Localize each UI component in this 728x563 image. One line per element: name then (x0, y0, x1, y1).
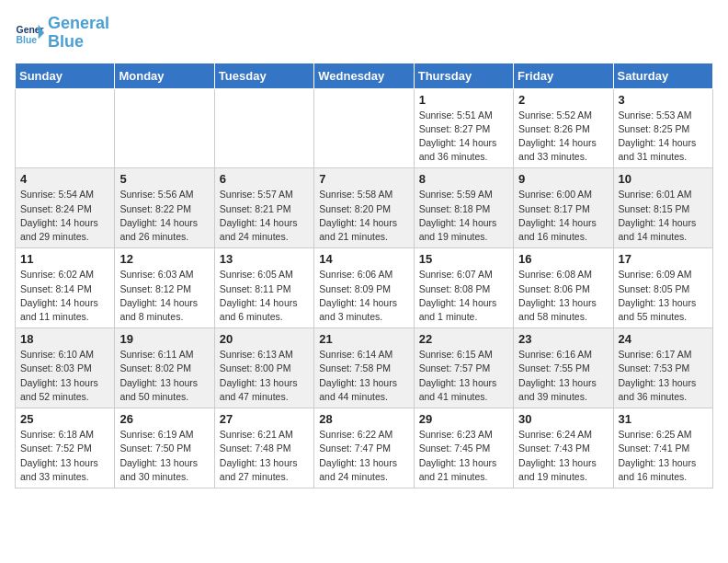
calendar-cell: 24Sunrise: 6:17 AMSunset: 7:53 PMDayligh… (613, 328, 712, 408)
calendar-cell: 14Sunrise: 6:06 AMSunset: 8:09 PMDayligh… (314, 248, 414, 328)
day-info: Sunrise: 6:23 AMSunset: 7:45 PMDaylight:… (419, 428, 508, 484)
day-number: 15 (419, 252, 508, 266)
day-number: 13 (220, 252, 309, 266)
day-number: 6 (220, 172, 309, 186)
day-info: Sunrise: 5:51 AMSunset: 8:27 PMDaylight:… (419, 109, 508, 165)
day-info: Sunrise: 5:53 AMSunset: 8:25 PMDaylight:… (619, 109, 708, 165)
calendar-cell (314, 88, 414, 168)
day-number: 2 (518, 93, 608, 107)
day-number: 24 (619, 332, 708, 346)
logo-icon: General Blue (15, 18, 44, 48)
calendar-cell: 17Sunrise: 6:09 AMSunset: 8:05 PMDayligh… (613, 248, 712, 328)
calendar-header-tuesday: Tuesday (214, 63, 313, 88)
calendar-cell: 18Sunrise: 6:10 AMSunset: 8:03 PMDayligh… (16, 328, 115, 408)
day-info: Sunrise: 6:01 AMSunset: 8:15 PMDaylight:… (619, 188, 708, 244)
calendar-cell (115, 88, 214, 168)
calendar-cell: 23Sunrise: 6:16 AMSunset: 7:55 PMDayligh… (514, 328, 613, 408)
day-number: 31 (619, 412, 708, 426)
calendar-cell: 9Sunrise: 6:00 AMSunset: 8:17 PMDaylight… (514, 168, 613, 248)
calendar-header-thursday: Thursday (414, 63, 513, 88)
calendar-cell: 16Sunrise: 6:08 AMSunset: 8:06 PMDayligh… (514, 248, 613, 328)
calendar-cell: 2Sunrise: 5:52 AMSunset: 8:26 PMDaylight… (514, 88, 613, 168)
calendar-cell: 27Sunrise: 6:21 AMSunset: 7:48 PMDayligh… (214, 408, 313, 488)
calendar-cell: 10Sunrise: 6:01 AMSunset: 8:15 PMDayligh… (613, 168, 712, 248)
calendar-cell: 4Sunrise: 5:54 AMSunset: 8:24 PMDaylight… (16, 168, 115, 248)
calendar-cell: 20Sunrise: 6:13 AMSunset: 8:00 PMDayligh… (214, 328, 313, 408)
day-info: Sunrise: 6:21 AMSunset: 7:48 PMDaylight:… (220, 428, 309, 484)
day-info: Sunrise: 6:18 AMSunset: 7:52 PMDaylight:… (20, 428, 109, 484)
day-info: Sunrise: 6:08 AMSunset: 8:06 PMDaylight:… (518, 268, 608, 324)
calendar-cell: 13Sunrise: 6:05 AMSunset: 8:11 PMDayligh… (214, 248, 313, 328)
day-number: 25 (20, 412, 109, 426)
logo: General Blue GeneralBlue (15, 15, 109, 52)
day-number: 23 (518, 332, 608, 346)
day-info: Sunrise: 6:19 AMSunset: 7:50 PMDaylight:… (119, 428, 209, 484)
calendar-table: SundayMondayTuesdayWednesdayThursdayFrid… (15, 63, 713, 488)
day-info: Sunrise: 6:13 AMSunset: 8:00 PMDaylight:… (220, 348, 309, 404)
day-info: Sunrise: 6:10 AMSunset: 8:03 PMDaylight:… (20, 348, 109, 404)
calendar-cell: 22Sunrise: 6:15 AMSunset: 7:57 PMDayligh… (414, 328, 513, 408)
day-info: Sunrise: 6:06 AMSunset: 8:09 PMDaylight:… (319, 268, 408, 324)
day-info: Sunrise: 6:24 AMSunset: 7:43 PMDaylight:… (518, 428, 608, 484)
svg-text:Blue: Blue (17, 35, 38, 45)
calendar-cell: 28Sunrise: 6:22 AMSunset: 7:47 PMDayligh… (314, 408, 414, 488)
calendar-week-row: 18Sunrise: 6:10 AMSunset: 8:03 PMDayligh… (16, 328, 713, 408)
day-number: 9 (518, 172, 608, 186)
day-info: Sunrise: 6:22 AMSunset: 7:47 PMDaylight:… (319, 428, 408, 484)
day-info: Sunrise: 6:17 AMSunset: 7:53 PMDaylight:… (619, 348, 708, 404)
day-number: 3 (619, 93, 708, 107)
calendar-cell: 11Sunrise: 6:02 AMSunset: 8:14 PMDayligh… (16, 248, 115, 328)
calendar-header-row: SundayMondayTuesdayWednesdayThursdayFrid… (16, 63, 713, 88)
calendar-header-wednesday: Wednesday (314, 63, 414, 88)
day-info: Sunrise: 5:52 AMSunset: 8:26 PMDaylight:… (518, 109, 608, 165)
day-info: Sunrise: 5:54 AMSunset: 8:24 PMDaylight:… (20, 188, 109, 244)
day-info: Sunrise: 6:14 AMSunset: 7:58 PMDaylight:… (319, 348, 408, 404)
day-info: Sunrise: 6:03 AMSunset: 8:12 PMDaylight:… (119, 268, 209, 324)
day-number: 19 (119, 332, 209, 346)
day-info: Sunrise: 6:09 AMSunset: 8:05 PMDaylight:… (619, 268, 708, 324)
calendar-header-friday: Friday (514, 63, 613, 88)
calendar-week-row: 11Sunrise: 6:02 AMSunset: 8:14 PMDayligh… (16, 248, 713, 328)
calendar-cell: 26Sunrise: 6:19 AMSunset: 7:50 PMDayligh… (115, 408, 214, 488)
calendar-cell: 12Sunrise: 6:03 AMSunset: 8:12 PMDayligh… (115, 248, 214, 328)
calendar-cell: 6Sunrise: 5:57 AMSunset: 8:21 PMDaylight… (214, 168, 313, 248)
day-number: 17 (619, 252, 708, 266)
calendar-header-saturday: Saturday (613, 63, 712, 88)
day-info: Sunrise: 5:56 AMSunset: 8:22 PMDaylight:… (119, 188, 209, 244)
day-info: Sunrise: 6:16 AMSunset: 7:55 PMDaylight:… (518, 348, 608, 404)
day-number: 8 (419, 172, 508, 186)
day-number: 11 (20, 252, 109, 266)
day-number: 20 (220, 332, 309, 346)
day-info: Sunrise: 6:00 AMSunset: 8:17 PMDaylight:… (518, 188, 608, 244)
day-number: 28 (319, 412, 408, 426)
day-number: 18 (20, 332, 109, 346)
day-number: 1 (419, 93, 508, 107)
logo-text: GeneralBlue (48, 15, 109, 52)
day-number: 12 (119, 252, 209, 266)
calendar-cell: 3Sunrise: 5:53 AMSunset: 8:25 PMDaylight… (613, 88, 712, 168)
calendar-cell: 21Sunrise: 6:14 AMSunset: 7:58 PMDayligh… (314, 328, 414, 408)
day-info: Sunrise: 6:25 AMSunset: 7:41 PMDaylight:… (619, 428, 708, 484)
calendar-header-sunday: Sunday (16, 63, 115, 88)
day-number: 22 (419, 332, 508, 346)
calendar-week-row: 25Sunrise: 6:18 AMSunset: 7:52 PMDayligh… (16, 408, 713, 488)
day-info: Sunrise: 6:15 AMSunset: 7:57 PMDaylight:… (419, 348, 508, 404)
calendar-cell: 8Sunrise: 5:59 AMSunset: 8:18 PMDaylight… (414, 168, 513, 248)
calendar-cell (16, 88, 115, 168)
day-info: Sunrise: 5:59 AMSunset: 8:18 PMDaylight:… (419, 188, 508, 244)
calendar-cell (214, 88, 313, 168)
day-info: Sunrise: 6:11 AMSunset: 8:02 PMDaylight:… (119, 348, 209, 404)
day-info: Sunrise: 6:02 AMSunset: 8:14 PMDaylight:… (20, 268, 109, 324)
calendar-cell: 25Sunrise: 6:18 AMSunset: 7:52 PMDayligh… (16, 408, 115, 488)
calendar-cell: 5Sunrise: 5:56 AMSunset: 8:22 PMDaylight… (115, 168, 214, 248)
day-number: 14 (319, 252, 408, 266)
day-number: 21 (319, 332, 408, 346)
day-number: 29 (419, 412, 508, 426)
calendar-cell: 7Sunrise: 5:58 AMSunset: 8:20 PMDaylight… (314, 168, 414, 248)
day-info: Sunrise: 6:05 AMSunset: 8:11 PMDaylight:… (220, 268, 309, 324)
day-number: 5 (119, 172, 209, 186)
day-number: 4 (20, 172, 109, 186)
day-number: 30 (518, 412, 608, 426)
day-number: 10 (619, 172, 708, 186)
calendar-cell: 15Sunrise: 6:07 AMSunset: 8:08 PMDayligh… (414, 248, 513, 328)
